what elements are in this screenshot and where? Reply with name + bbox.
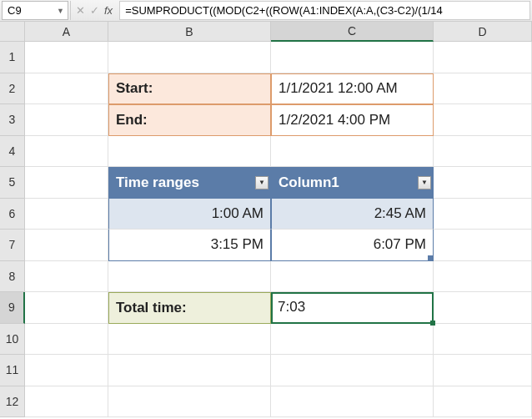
cell-b4[interactable] <box>108 136 271 168</box>
cell-d12[interactable] <box>434 386 532 418</box>
table-header-column1[interactable]: Column1 ▼ <box>271 167 434 199</box>
cell-a11[interactable] <box>25 355 108 386</box>
cell-a4[interactable] <box>25 136 108 168</box>
row-head-1[interactable]: 1 <box>0 42 25 73</box>
cell-b9-total-label[interactable]: Total time: <box>108 292 271 324</box>
col-head-c[interactable]: C <box>271 22 434 42</box>
row-head-8[interactable]: 8 <box>0 261 25 293</box>
table-resize-handle[interactable] <box>428 255 434 261</box>
cell-d11[interactable] <box>434 355 532 386</box>
row-head-10[interactable]: 10 <box>0 324 25 356</box>
header-text: Column1 <box>279 174 339 191</box>
cell-d7[interactable] <box>434 230 532 261</box>
cell-b3-end-label[interactable]: End: <box>108 104 271 136</box>
row-head-5[interactable]: 5 <box>0 167 25 199</box>
cell-c9-total-value[interactable]: 7:03 <box>271 292 434 324</box>
cell-b1[interactable] <box>108 42 271 73</box>
cell-d2[interactable] <box>434 73 532 105</box>
total-text: 7:03 <box>278 299 305 316</box>
row-head-7[interactable]: 7 <box>0 230 25 261</box>
filter-dropdown-icon[interactable]: ▼ <box>418 176 431 189</box>
cell-a8[interactable] <box>25 261 108 293</box>
formula-controls: ✕ ✓ fx <box>70 1 118 20</box>
spreadsheet-grid: A B C D 1 2 Start: 1/1/2021 12:00 AM 3 E… <box>0 22 532 417</box>
col-head-b[interactable]: B <box>108 22 271 42</box>
cell-c7-value: 6:07 PM <box>374 236 426 253</box>
cell-a9[interactable] <box>25 292 108 324</box>
cell-c7[interactable]: 6:07 PM <box>271 230 434 261</box>
header-text: Time ranges <box>116 174 199 191</box>
row-head-2[interactable]: 2 <box>0 73 25 105</box>
col-head-a[interactable]: A <box>25 22 108 42</box>
cell-c11[interactable] <box>271 355 434 386</box>
cell-d1[interactable] <box>434 42 532 73</box>
cell-a12[interactable] <box>25 386 108 418</box>
cell-a5[interactable] <box>25 167 108 199</box>
fx-icon[interactable]: fx <box>104 4 113 17</box>
cell-c2-start-value[interactable]: 1/1/2021 12:00 AM <box>271 73 434 105</box>
filter-dropdown-icon[interactable]: ▼ <box>255 176 269 189</box>
cell-b2-start-label[interactable]: Start: <box>108 73 271 105</box>
row-head-9[interactable]: 9 <box>0 292 25 324</box>
cell-b8[interactable] <box>108 261 271 293</box>
cell-d9[interactable] <box>434 292 532 324</box>
cell-c4[interactable] <box>271 136 434 168</box>
cell-a2[interactable] <box>25 73 108 105</box>
row-head-11[interactable]: 11 <box>0 355 25 386</box>
row-head-4[interactable]: 4 <box>0 136 25 168</box>
formula-input[interactable]: =SUMPRODUCT((MOD(C2+((ROW(A1:INDEX(A:A,(… <box>119 1 530 20</box>
cell-d4[interactable] <box>434 136 532 168</box>
cell-a10[interactable] <box>25 324 108 356</box>
row-head-6[interactable]: 6 <box>0 199 25 230</box>
name-box[interactable]: C9 ▼ <box>2 1 68 20</box>
cell-c12[interactable] <box>271 386 434 418</box>
cell-a7[interactable] <box>25 230 108 261</box>
formula-bar-row: C9 ▼ ✕ ✓ fx =SUMPRODUCT((MOD(C2+((ROW(A1… <box>0 0 532 22</box>
cell-c6[interactable]: 2:45 AM <box>271 199 434 230</box>
table-header-time-ranges[interactable]: Time ranges ▼ <box>108 167 271 199</box>
cell-d6[interactable] <box>434 199 532 230</box>
cell-c10[interactable] <box>271 324 434 356</box>
cell-b7[interactable]: 3:15 PM <box>108 230 271 261</box>
cell-c8[interactable] <box>271 261 434 293</box>
cell-a6[interactable] <box>25 199 108 230</box>
cell-d8[interactable] <box>434 261 532 293</box>
cell-d5[interactable] <box>434 167 532 199</box>
cancel-icon[interactable]: ✕ <box>76 4 85 17</box>
cell-b12[interactable] <box>108 386 271 418</box>
cell-a1[interactable] <box>25 42 108 73</box>
row-head-12[interactable]: 12 <box>0 386 25 418</box>
cell-a3[interactable] <box>25 104 108 136</box>
check-icon[interactable]: ✓ <box>90 4 99 17</box>
col-head-d[interactable]: D <box>434 22 532 42</box>
cell-b11[interactable] <box>108 355 271 386</box>
cell-c3-end-value[interactable]: 1/2/2021 4:00 PM <box>271 104 434 136</box>
row-head-3[interactable]: 3 <box>0 104 25 136</box>
chevron-down-icon[interactable]: ▼ <box>57 7 64 15</box>
formula-text: =SUMPRODUCT((MOD(C2+((ROW(A1:INDEX(A:A,(… <box>125 4 443 17</box>
select-all-corner[interactable] <box>0 22 25 42</box>
name-box-value: C9 <box>8 4 22 17</box>
cell-c1[interactable] <box>271 42 434 73</box>
cell-b6[interactable]: 1:00 AM <box>108 199 271 230</box>
cell-d3[interactable] <box>434 104 532 136</box>
cell-d10[interactable] <box>434 324 532 356</box>
cell-b10[interactable] <box>108 324 271 356</box>
